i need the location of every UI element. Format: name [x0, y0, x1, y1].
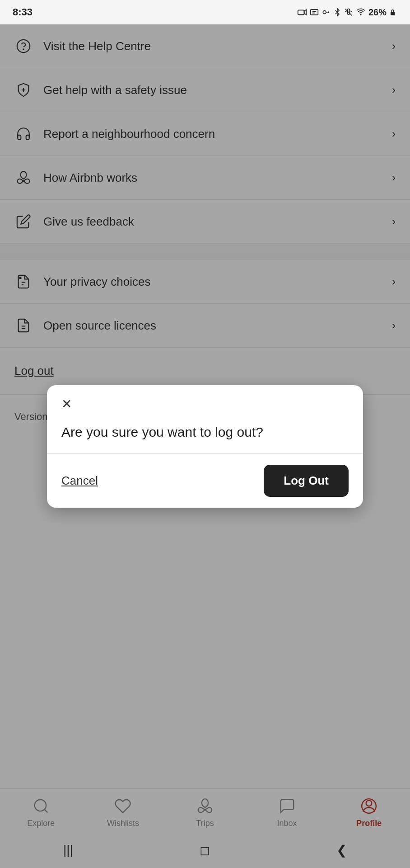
logout-modal: ✕ Are you sure you want to log out? Canc…: [47, 385, 363, 508]
svg-rect-2: [311, 9, 318, 15]
modal-body: Are you sure you want to log out?: [47, 416, 363, 441]
status-icons: 26%: [297, 7, 397, 18]
svg-point-5: [360, 14, 361, 15]
vpn-icon: [310, 8, 319, 17]
modal-cancel-button[interactable]: Cancel: [61, 474, 98, 488]
status-time: 8:33: [13, 6, 33, 18]
modal-confirm-button[interactable]: Log Out: [264, 465, 349, 497]
svg-rect-6: [391, 12, 395, 15]
battery-level: 26%: [368, 7, 387, 18]
modal-title: Are you sure you want to log out?: [61, 423, 349, 441]
battery-lock-icon: [389, 8, 397, 16]
key-icon: [321, 8, 331, 17]
bluetooth-icon: [333, 8, 341, 17]
svg-rect-0: [298, 10, 304, 14]
camera-icon: [297, 7, 307, 17]
modal-overlay: ✕ Are you sure you want to log out? Canc…: [0, 24, 410, 868]
modal-close-button[interactable]: ✕: [61, 398, 72, 410]
svg-point-3: [323, 11, 326, 14]
modal-actions: Cancel Log Out: [47, 454, 363, 508]
modal-header: ✕: [47, 385, 363, 416]
svg-marker-1: [304, 10, 307, 15]
wifi-icon: [356, 8, 366, 17]
status-bar: 8:33 26%: [0, 0, 410, 24]
mute-icon: [344, 8, 353, 17]
